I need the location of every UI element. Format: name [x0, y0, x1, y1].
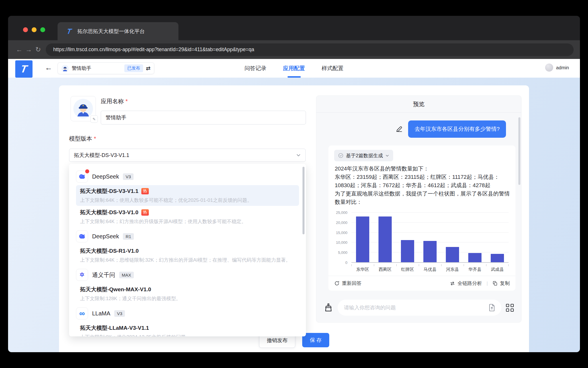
app-name-label: 应用名称*: [101, 97, 128, 105]
edit-avatar-icon[interactable]: ✎: [90, 115, 98, 123]
trace-analysis-button[interactable]: 全链路分析: [450, 280, 482, 287]
model-option[interactable]: 拓天大模型-LLaMA-V3-V1.1 上下文限制:8K；优化2024-12-2…: [76, 322, 299, 336]
apps-grid-icon[interactable]: [506, 304, 514, 312]
model-option[interactable]: 拓天大模型-Qwen-MAX-V1.0 上下文限制:128K；通义千问推出的最强…: [76, 283, 299, 304]
model-option-name: 拓天大模型-DS-V3-V1.0: [80, 209, 138, 216]
answer-text: 2024年汉东市各区县的警情数量如下： 东华区：23159起；西蔺区：23115…: [335, 164, 510, 206]
save-button[interactable]: 保 存: [302, 333, 329, 347]
bar-column: [419, 213, 441, 262]
answer-line: 2024年汉东市各区县的警情数量如下：: [335, 164, 510, 173]
close-window-button[interactable]: [23, 27, 28, 32]
hot-badge: 热: [141, 209, 149, 216]
browser-tab[interactable]: T 拓尔思拓天大模型一体化平台: [58, 22, 178, 40]
model-version-select[interactable]: 拓天大模型-DS-V3-V1.1: [69, 149, 306, 162]
question-input-wrapper: [338, 300, 501, 316]
bar: [423, 241, 437, 262]
chart-plot: [351, 213, 509, 263]
refresh-icon: [334, 281, 340, 286]
tab-style-config[interactable]: 样式配置: [322, 59, 344, 78]
tab-app-config[interactable]: 应用配置: [283, 59, 305, 78]
user-message-bubble: 去年汉东市各区县分别有多少警情?: [408, 120, 506, 138]
required-mark: *: [125, 98, 128, 104]
address-bar[interactable]: https://llm.trscd.com.cn/llmops-app/#/ed…: [46, 43, 574, 56]
bar-column: [351, 213, 374, 262]
model-group-deepseek-r1: DeepSeek R1: [76, 230, 299, 243]
bar: [468, 253, 482, 262]
forward-icon[interactable]: →: [24, 46, 33, 53]
model-option[interactable]: 拓天大模型-DS-V3-V1.0 热 上下文限制:64K；幻方推出的升级版开源A…: [76, 206, 299, 227]
question-input[interactable]: [343, 304, 488, 311]
app-name-input[interactable]: [101, 111, 306, 124]
model-option[interactable]: 拓天大模型-DS-R1-V1.0 上下文限制:64K；思维链限制:32K；幻方推…: [76, 245, 299, 266]
reload-icon[interactable]: ↻: [33, 46, 43, 53]
page-content: T ← 警情助手: [8, 59, 580, 352]
screen: T 拓尔思拓天大模型一体化平台 ← → ↻ https://llm.trscd.…: [0, 0, 588, 368]
provider-name: DeepSeek: [92, 233, 119, 240]
bar-column: [396, 213, 419, 262]
x-tick-label: 西蔺区: [374, 264, 396, 272]
edit-question-icon[interactable]: [395, 125, 403, 133]
zoom-window-button[interactable]: [40, 27, 45, 32]
source-chip-text: 基于2篇数据生成: [346, 152, 383, 159]
user-menu[interactable]: admin: [545, 64, 569, 72]
bar: [401, 240, 414, 262]
back-arrow-icon[interactable]: ←: [45, 63, 52, 72]
tab-qa-records[interactable]: 问答记录: [245, 59, 267, 78]
provider-version-badge: V3: [123, 173, 133, 180]
provider-version-badge: R1: [123, 233, 134, 240]
x-tick-label: 河东县: [441, 264, 464, 272]
bar-column: [486, 213, 509, 262]
provider-version-badge: MAX: [119, 272, 134, 278]
notification-dot: [85, 169, 89, 173]
clear-context-icon[interactable]: [324, 303, 333, 313]
user-message-row: 去年汉东市各区县分别有多少警情?: [395, 120, 506, 138]
bar: [491, 254, 504, 262]
y-tick-label: 25,000: [331, 210, 347, 215]
upload-file-icon[interactable]: [488, 304, 496, 312]
deepseek-logo-icon: [76, 170, 88, 183]
provider-version-badge: V3: [114, 310, 125, 317]
chevron-down-icon: [296, 153, 301, 158]
provider-name: DeepSeek: [92, 173, 119, 180]
model-option-desc: 上下文限制:128K；通义千问推出的最强模型。: [80, 295, 295, 302]
bar-column: [374, 213, 396, 262]
model-version-label: 模型版本*: [69, 135, 96, 143]
dropdown-scrollbar[interactable]: [302, 167, 305, 234]
model-option[interactable]: 拓天大模型-DS-V3-V1.1 热 上下文限制:64K；使用人数较多可能不稳定…: [76, 185, 299, 206]
app-name-label-text: 应用名称: [101, 98, 124, 104]
check-circle-icon: [338, 153, 343, 158]
logo-t-icon: T: [20, 64, 28, 74]
model-group-llama: ∞ LLaMA V3: [76, 307, 299, 320]
minimize-window-button[interactable]: [32, 27, 37, 32]
copy-button[interactable]: 复制: [492, 280, 510, 287]
regenerate-button[interactable]: 重新回答: [334, 280, 361, 287]
browser-window: T 拓尔思拓天大模型一体化平台 ← → ↻ https://llm.trscd.…: [8, 16, 580, 352]
hot-badge: 热: [141, 188, 149, 194]
bar-column: [464, 213, 486, 262]
switch-app-icon[interactable]: ⇄: [146, 65, 151, 72]
y-tick-label: 20,000: [331, 221, 347, 225]
bar-column: [441, 213, 464, 262]
model-option-desc: 上下文限制:8K；优化2024-12-25之前反馈的问题。: [80, 334, 295, 336]
chart-xlabels: 东华区西蔺区红牌区马优县河东县华齐县武成县: [351, 264, 509, 272]
required-mark: *: [94, 135, 96, 142]
app-switcher[interactable]: 警情助手 已发布 ⇄: [58, 62, 154, 74]
site-favicon: T: [64, 27, 74, 35]
y-tick-label: 5,000: [331, 250, 347, 255]
model-dropdown: DeepSeek V3 拓天大模型-DS-V3-V1.1 热 上下文限制:64K…: [69, 164, 306, 336]
url-text: https://llm.trscd.com.cn/llmops-app/#/ed…: [53, 47, 254, 53]
preview-scrollbar[interactable]: [518, 117, 520, 185]
app-avatar-upload[interactable]: ✎: [71, 96, 96, 121]
alerts-bar-chart: 05,00010,00015,00020,00025,000 东华区西蔺区红牌区…: [333, 210, 511, 272]
trace-label: 全链路分析: [458, 280, 482, 287]
model-version-value: 拓天大模型-DS-V3-V1.1: [74, 152, 129, 159]
source-chip[interactable]: 基于2篇数据生成: [334, 150, 393, 161]
platform-logo[interactable]: T: [15, 60, 33, 78]
model-option-desc: 上下文限制:64K；思维链限制:32K；幻方推出的开源AI模型；在推理、编写代码…: [80, 257, 295, 263]
status-badge: 已发布: [124, 64, 143, 72]
back-icon[interactable]: ←: [14, 46, 24, 53]
user-name: admin: [556, 65, 569, 70]
window-controls: [23, 27, 45, 32]
llama-meta-logo-icon: ∞: [76, 307, 88, 319]
x-tick-label: 华齐县: [464, 264, 486, 272]
